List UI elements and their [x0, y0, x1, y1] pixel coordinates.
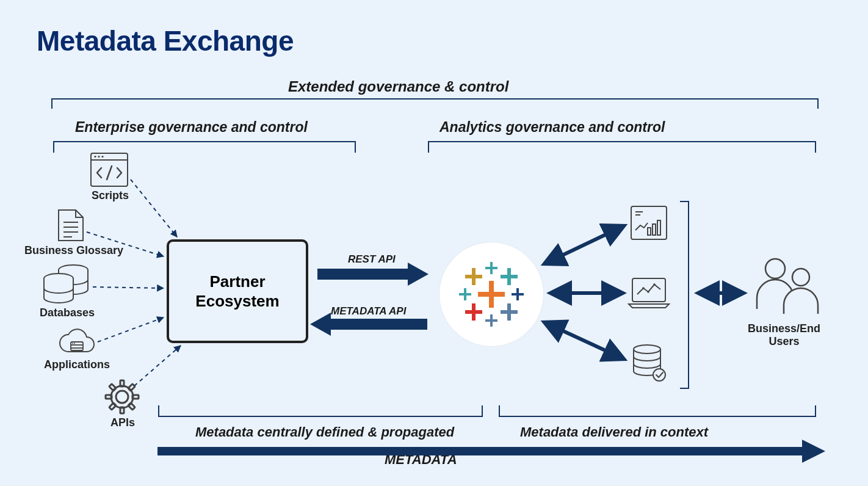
svg-point-35 [116, 391, 128, 403]
dashboard-icon [630, 205, 668, 241]
users-icon [750, 254, 823, 321]
partner-ecosystem-box: Partner Ecosystem [167, 239, 308, 343]
svg-point-55 [634, 345, 660, 354]
tableau-logo-circle [439, 242, 543, 346]
svg-rect-48 [648, 228, 651, 235]
svg-point-53 [647, 291, 649, 293]
label-metadata-api: METADATA API [331, 305, 406, 317]
svg-line-61 [93, 287, 164, 288]
svg-marker-65 [408, 263, 429, 286]
svg-point-52 [642, 287, 645, 289]
svg-line-23 [107, 166, 112, 180]
svg-point-57 [765, 259, 785, 278]
svg-rect-9 [512, 293, 524, 296]
svg-rect-50 [657, 220, 660, 235]
svg-point-21 [98, 156, 99, 158]
label-metadata-flow: METADATA [385, 452, 457, 468]
svg-rect-51 [632, 278, 665, 302]
svg-rect-66 [330, 319, 427, 330]
apis-label: APIs [110, 416, 135, 429]
tableau-logo-icon [452, 255, 531, 334]
svg-rect-18 [91, 153, 128, 186]
svg-rect-3 [485, 267, 497, 269]
label-metadata-centrally: Metadata centrally defined & propagated [195, 424, 454, 440]
diagram-title: Metadata Exchange [37, 24, 294, 57]
svg-marker-73 [802, 440, 825, 463]
svg-line-63 [134, 346, 181, 386]
laptop-chart-icon [627, 276, 670, 310]
svg-point-22 [101, 156, 103, 158]
svg-rect-15 [465, 310, 482, 314]
svg-line-70 [544, 322, 624, 359]
svg-point-20 [94, 156, 96, 158]
svg-point-56 [653, 369, 665, 381]
scripts-label: Scripts [92, 189, 129, 202]
svg-point-58 [792, 269, 809, 286]
svg-rect-1 [478, 292, 505, 297]
svg-marker-67 [310, 313, 331, 336]
label-metadata-context: Metadata delivered in context [520, 424, 708, 440]
databases-label: Databases [40, 306, 95, 319]
svg-rect-64 [317, 269, 409, 280]
svg-point-33 [72, 343, 73, 344]
business-glossary-label: Business Glossary [24, 244, 123, 257]
database-icon [43, 263, 90, 305]
label-enterprise-governance: Enterprise governance and control [75, 119, 308, 136]
users-label: Business/End Users [748, 322, 820, 348]
svg-rect-49 [653, 224, 656, 235]
label-extended-governance: Extended governance & control [288, 78, 508, 95]
svg-line-68 [544, 226, 624, 264]
cloud-app-icon [57, 326, 95, 358]
svg-rect-17 [501, 310, 518, 314]
svg-point-54 [653, 283, 656, 286]
svg-point-44 [111, 386, 133, 408]
svg-point-34 [74, 343, 75, 344]
svg-rect-5 [485, 319, 497, 322]
svg-rect-13 [501, 275, 518, 278]
svg-line-59 [131, 180, 177, 237]
scripts-icon [89, 151, 130, 188]
gear-icon [104, 379, 140, 415]
svg-line-62 [98, 317, 164, 342]
partner-ecosystem-label: Partner Ecosystem [195, 272, 279, 311]
svg-rect-11 [465, 275, 482, 278]
applications-label: Applications [44, 358, 110, 371]
svg-rect-72 [157, 447, 805, 455]
database-check-icon [632, 344, 668, 382]
label-rest-api: REST API [348, 253, 396, 266]
svg-rect-7 [459, 293, 471, 296]
business-glossary-icon [56, 208, 85, 243]
label-analytics-governance: Analytics governance and control [439, 119, 665, 136]
